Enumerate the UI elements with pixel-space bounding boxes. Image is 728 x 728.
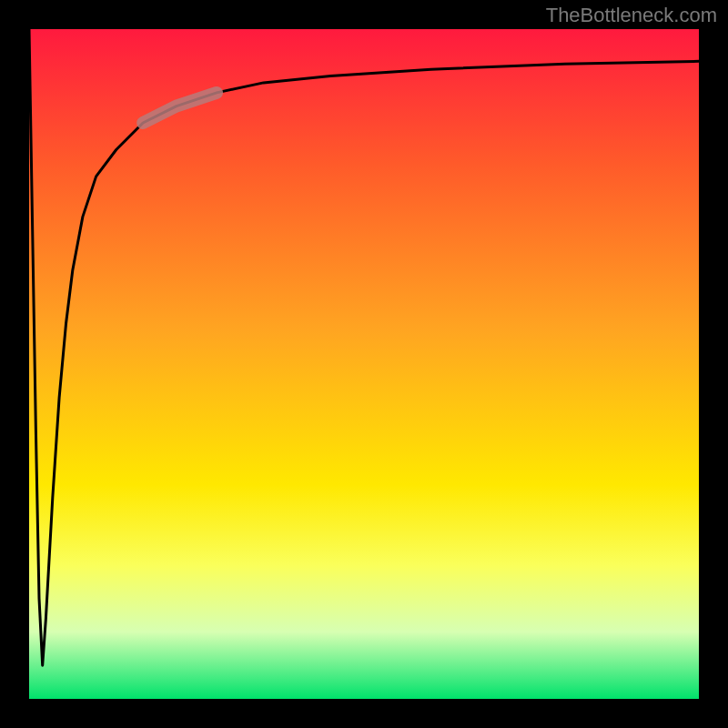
- plot-background: [29, 29, 699, 699]
- attribution-text: TheBottleneck.com: [546, 4, 717, 27]
- chart-container: TheBottleneck.com: [0, 0, 728, 728]
- bottleneck-chart: [0, 0, 728, 728]
